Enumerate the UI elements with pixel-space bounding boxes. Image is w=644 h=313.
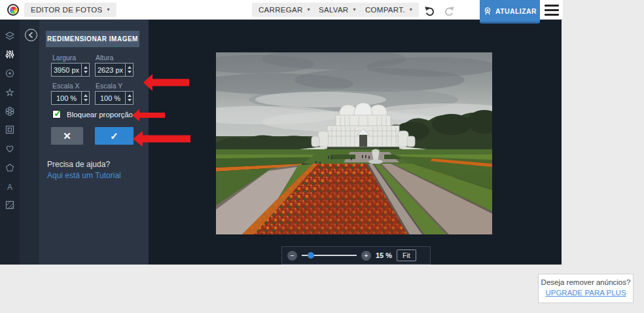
scale-y-field	[95, 91, 134, 105]
scale-x-label: Escala X	[52, 82, 79, 90]
step-down-icon	[84, 99, 88, 101]
redo-icon	[442, 4, 456, 17]
help-text: Precisa de ajuda?	[47, 160, 110, 169]
undo-button[interactable]	[423, 3, 437, 18]
scale-y-input[interactable]	[96, 92, 125, 104]
sidebar-text-icon[interactable]: A	[5, 181, 15, 192]
remove-ads-box: Deseja remover anúncios? UPGRADE PARA PL…	[538, 274, 634, 303]
step-down-icon	[84, 71, 88, 73]
step-up-icon	[128, 94, 132, 97]
upgrade-plus-link[interactable]: UPGRADE PARA PLUS	[545, 289, 626, 297]
zoom-in-button[interactable]: +	[361, 251, 371, 261]
height-stepper[interactable]	[125, 64, 133, 76]
scale-x-field	[51, 91, 90, 105]
step-up-icon	[84, 66, 88, 69]
photo-editor-app: EDITOR DE FOTOS ▾ CARREGAR ▾ SALVAR ▾ CO…	[0, 0, 644, 313]
garden-photo	[216, 52, 492, 234]
width-input[interactable]	[52, 64, 81, 76]
scale-x-stepper[interactable]	[81, 92, 89, 104]
chevron-down-icon: ▾	[410, 7, 412, 12]
upgrade-label: ATUALIZAR	[495, 7, 537, 15]
upload-label: CARREGAR	[259, 6, 303, 14]
hamburger-menu-icon[interactable]	[545, 5, 559, 16]
cancel-button[interactable]: ✕	[51, 127, 83, 145]
upgrade-button[interactable]: ATUALIZAR	[480, 0, 540, 24]
chevron-down-icon: ▾	[353, 7, 355, 12]
step-down-icon	[128, 71, 132, 73]
scale-y-stepper[interactable]	[125, 92, 133, 104]
undo-icon	[423, 4, 437, 17]
fit-button[interactable]: Fit	[397, 249, 416, 261]
sidebar-texture-icon[interactable]	[5, 200, 15, 210]
zoom-slider[interactable]	[302, 255, 357, 256]
tutorial-link[interactable]: Aqui está um Tutorial	[47, 171, 121, 180]
width-label: Largura	[52, 54, 76, 62]
back-button[interactable]	[25, 29, 37, 41]
sidebar-star-icon[interactable]	[5, 87, 15, 98]
sidebar-focus-icon[interactable]	[5, 68, 15, 79]
resize-panel: REDIMENSIONAR IMAGEM Largura Altura Esca…	[39, 20, 149, 265]
sidebar-badge-icon[interactable]	[5, 162, 15, 173]
befunky-logo[interactable]	[6, 3, 20, 17]
editor-menu-label: EDITOR DE FOTOS	[31, 6, 103, 14]
zoom-level-value: 15 %	[376, 251, 392, 259]
scale-y-label: Escala Y	[96, 82, 122, 90]
medal-icon	[483, 7, 492, 16]
sidebar-adjustments-icon[interactable]	[5, 49, 15, 60]
chevron-down-icon: ▾	[308, 7, 310, 12]
width-stepper[interactable]	[81, 64, 89, 76]
step-up-icon	[128, 66, 132, 69]
chevron-down-icon: ▾	[107, 7, 110, 12]
share-button[interactable]: COMPART. ▾	[359, 3, 419, 17]
tools-sidebar: A	[0, 20, 20, 265]
zoom-slider-knob[interactable]	[308, 252, 314, 259]
svg-text:A: A	[7, 183, 12, 192]
sidebar-layers-icon[interactable]	[5, 31, 15, 41]
sidebar-frames-icon[interactable]	[5, 124, 15, 135]
checkmark-icon: ✓	[54, 107, 62, 119]
logo-colorwheel-icon	[10, 7, 17, 14]
panel-title: REDIMENSIONAR IMAGEM	[46, 31, 139, 47]
close-icon: ✕	[63, 130, 71, 142]
panel-collapse-rail	[20, 20, 39, 265]
editor-workspace: A REDIMENSIONAR IMAGEM Largura Altura	[0, 20, 562, 265]
redo-button[interactable]	[442, 3, 456, 18]
upload-button[interactable]: CARREGAR ▾	[252, 3, 317, 17]
arrow-left-icon	[27, 31, 35, 39]
share-label: COMPART.	[365, 6, 405, 14]
save-button[interactable]: SALVAR ▾	[312, 3, 363, 17]
width-field	[51, 63, 90, 77]
lock-proportion-label: Bloquear proporção	[67, 111, 133, 119]
scale-x-input[interactable]	[52, 92, 81, 104]
top-toolbar: EDITOR DE FOTOS ▾ CARREGAR ▾ SALVAR ▾ CO…	[0, 0, 563, 20]
height-label: Altura	[96, 54, 113, 62]
lock-proportion-checkbox[interactable]: ✓	[52, 110, 61, 119]
step-down-icon	[128, 99, 132, 101]
canvas-image[interactable]	[216, 52, 492, 234]
step-up-icon	[84, 94, 88, 97]
remove-ads-question: Deseja remover anúncios?	[539, 278, 633, 286]
check-icon: ✓	[110, 130, 118, 142]
height-field	[95, 63, 134, 77]
sidebar-heart-icon[interactable]	[5, 143, 15, 154]
sidebar-effects-icon[interactable]	[5, 106, 15, 117]
zoom-toolbar: − + 15 % Fit	[281, 246, 431, 265]
editor-menu-button[interactable]: EDITOR DE FOTOS ▾	[24, 3, 116, 17]
save-label: SALVAR	[319, 6, 348, 14]
apply-button[interactable]: ✓	[95, 127, 134, 145]
zoom-out-button[interactable]: −	[287, 251, 297, 261]
height-input[interactable]	[96, 64, 125, 76]
